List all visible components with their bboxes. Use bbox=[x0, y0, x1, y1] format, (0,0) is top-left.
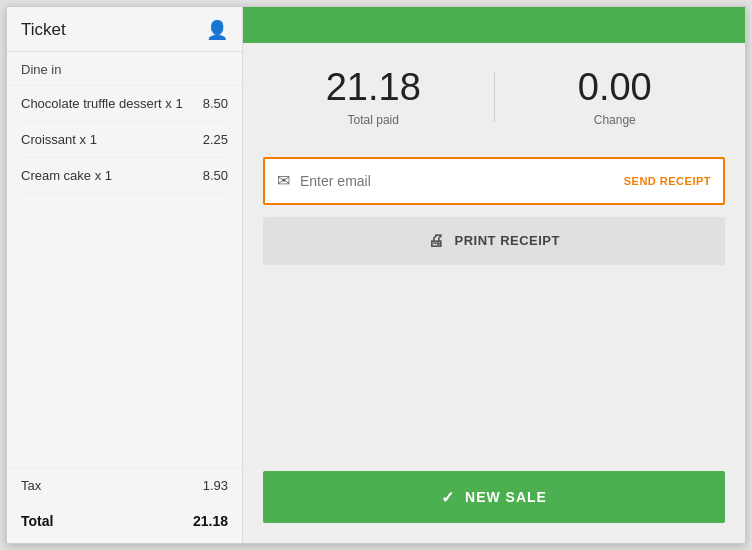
item-price: 8.50 bbox=[203, 168, 228, 183]
send-receipt-button[interactable]: SEND RECEIPT bbox=[624, 175, 711, 187]
new-sale-button[interactable]: ✓ NEW SALE bbox=[263, 471, 725, 523]
item-name: Chocolate truffle dessert x 1 bbox=[21, 96, 203, 111]
right-panel: 21.18 Total paid 0.00 Change ✉ SEND RECE… bbox=[243, 7, 745, 543]
total-label: Total bbox=[21, 513, 53, 529]
item-name: Croissant x 1 bbox=[21, 132, 203, 147]
tax-label: Tax bbox=[21, 478, 41, 493]
left-panel: Ticket 👤 Dine in Chocolate truffle desse… bbox=[7, 7, 243, 543]
change-value: 0.00 bbox=[578, 67, 652, 109]
print-receipt-button[interactable]: 🖨 PRINT RECEIPT bbox=[263, 217, 725, 265]
dine-in-label: Dine in bbox=[7, 52, 242, 86]
item-price: 2.25 bbox=[203, 132, 228, 147]
item-price: 8.50 bbox=[203, 96, 228, 111]
tax-row: Tax 1.93 bbox=[7, 467, 242, 503]
total-paid-block: 21.18 Total paid bbox=[263, 67, 484, 127]
new-sale-section: ✓ NEW SALE bbox=[243, 471, 745, 543]
check-icon: ✓ bbox=[441, 488, 455, 507]
actions-section: ✉ SEND RECEIPT 🖨 PRINT RECEIPT bbox=[243, 147, 745, 265]
print-receipt-label: PRINT RECEIPT bbox=[455, 233, 560, 248]
order-items: Chocolate truffle dessert x 1 8.50 Crois… bbox=[7, 86, 242, 467]
amounts-section: 21.18 Total paid 0.00 Change bbox=[243, 43, 745, 147]
list-item: Cream cake x 1 8.50 bbox=[21, 158, 228, 194]
total-row: Total 21.18 bbox=[7, 503, 242, 543]
tax-value: 1.93 bbox=[203, 478, 228, 493]
email-input-wrapper[interactable]: ✉ SEND RECEIPT bbox=[263, 157, 725, 205]
ticket-header: Ticket 👤 bbox=[7, 7, 242, 52]
total-paid-label: Total paid bbox=[348, 113, 399, 127]
list-item: Croissant x 1 2.25 bbox=[21, 122, 228, 158]
amount-divider bbox=[494, 72, 495, 122]
new-sale-label: NEW SALE bbox=[465, 489, 547, 505]
change-label: Change bbox=[594, 113, 636, 127]
printer-icon: 🖨 bbox=[428, 232, 445, 250]
total-value: 21.18 bbox=[193, 513, 228, 529]
green-bar bbox=[243, 7, 745, 43]
total-paid-value: 21.18 bbox=[326, 67, 421, 109]
email-input[interactable] bbox=[300, 173, 624, 189]
email-icon: ✉ bbox=[277, 171, 290, 190]
ticket-title: Ticket bbox=[21, 20, 66, 40]
person-icon: 👤 bbox=[206, 19, 228, 41]
item-name: Cream cake x 1 bbox=[21, 168, 203, 183]
list-item: Chocolate truffle dessert x 1 8.50 bbox=[21, 86, 228, 122]
change-block: 0.00 Change bbox=[505, 67, 726, 127]
